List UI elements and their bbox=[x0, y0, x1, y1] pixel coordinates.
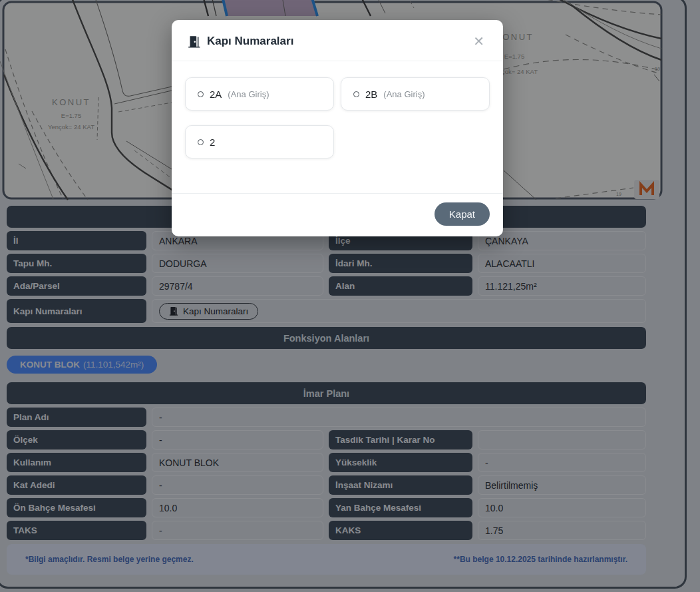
modal-title: Kapı Numaraları bbox=[207, 35, 464, 48]
door-option-2b[interactable]: 2B (Ana Giriş) bbox=[341, 77, 490, 111]
door-marker-icon bbox=[353, 91, 359, 97]
modal-body: 2A (Ana Giriş) 2B (Ana Giriş) 2 bbox=[172, 61, 503, 193]
door-option-2[interactable]: 2 bbox=[185, 125, 334, 158]
door-note: (Ana Giriş) bbox=[228, 89, 269, 99]
door-number: 2B bbox=[365, 89, 377, 100]
kapi-numaralari-modal: Kapı Numaraları ✕ 2A (Ana Giriş) 2B (Ana… bbox=[172, 20, 503, 236]
door-option-2a[interactable]: 2A (Ana Giriş) bbox=[185, 77, 334, 111]
modal-footer: Kapat bbox=[172, 193, 503, 236]
door-marker-icon bbox=[198, 139, 204, 145]
door-note: (Ana Giriş) bbox=[383, 89, 425, 99]
door-marker-icon bbox=[198, 91, 204, 97]
door-icon bbox=[188, 35, 200, 48]
close-icon[interactable]: ✕ bbox=[470, 33, 487, 49]
modal-header: Kapı Numaraları ✕ bbox=[172, 20, 503, 61]
door-number: 2A bbox=[210, 89, 222, 100]
door-number: 2 bbox=[210, 137, 215, 148]
kapat-button[interactable]: Kapat bbox=[435, 202, 490, 226]
